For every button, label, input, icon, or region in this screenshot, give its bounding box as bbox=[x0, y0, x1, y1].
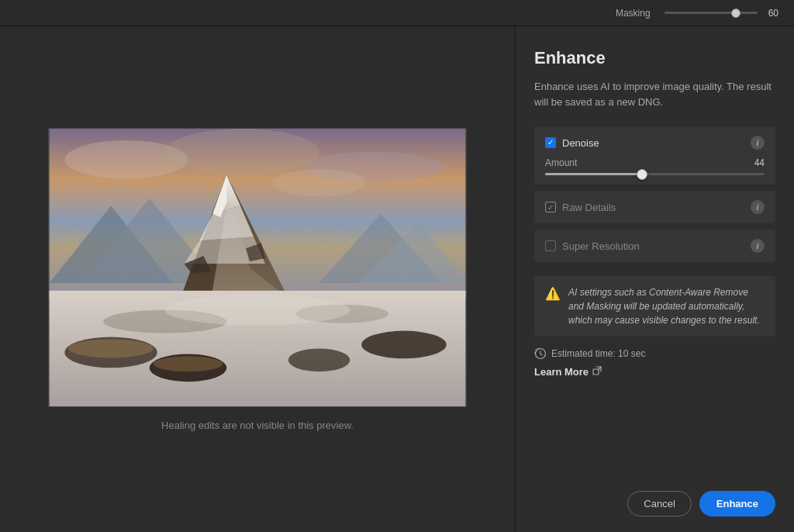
svg-point-25 bbox=[68, 339, 153, 358]
estimated-time-row: Estimated time: 10 sec bbox=[534, 347, 775, 360]
svg-point-23 bbox=[288, 348, 350, 371]
svg-point-27 bbox=[165, 294, 350, 325]
masking-label: Masking bbox=[616, 8, 651, 19]
super-resolution-checkbox[interactable] bbox=[545, 240, 556, 251]
preview-caption: Healing edits are not visible in this pr… bbox=[161, 420, 354, 431]
warning-text: AI settings such as Content-Aware Remove… bbox=[568, 285, 765, 327]
left-panel: Healing edits are not visible in this pr… bbox=[0, 26, 515, 532]
image-container bbox=[48, 128, 467, 407]
warning-icon: ⚠️ bbox=[545, 286, 561, 301]
amount-slider-fill bbox=[545, 173, 642, 175]
masking-slider-thumb[interactable] bbox=[731, 9, 740, 18]
top-bar: Masking 60 bbox=[0, 0, 794, 26]
panel-title: Enhance bbox=[534, 48, 775, 68]
svg-point-4 bbox=[273, 168, 365, 196]
svg-point-2 bbox=[165, 129, 319, 175]
amount-slider-thumb[interactable] bbox=[637, 169, 647, 180]
footer-buttons: Cancel Enhance bbox=[534, 483, 775, 516]
raw-details-info-icon[interactable]: i bbox=[751, 200, 765, 214]
super-resolution-option-row: Super Resolution i bbox=[534, 230, 775, 262]
super-resolution-option-header: Super Resolution i bbox=[545, 239, 765, 253]
raw-details-checkbox[interactable]: ✓ bbox=[545, 202, 556, 212]
enhance-button[interactable]: Enhance bbox=[699, 491, 775, 516]
raw-details-option-row: ✓ Raw Details i bbox=[534, 191, 775, 223]
denoise-checkmark: ✓ bbox=[547, 139, 554, 147]
super-resolution-label: Super Resolution bbox=[562, 240, 640, 252]
svg-point-26 bbox=[154, 356, 223, 371]
external-link-icon bbox=[592, 366, 602, 378]
raw-details-label: Raw Details bbox=[562, 202, 616, 213]
amount-slider-track[interactable] bbox=[545, 173, 765, 175]
denoise-info-icon[interactable]: i bbox=[751, 136, 765, 150]
mountain-scene bbox=[49, 129, 466, 406]
amount-header: Amount 44 bbox=[545, 157, 765, 168]
amount-label: Amount bbox=[545, 157, 577, 168]
learn-more-row: Learn More bbox=[534, 366, 775, 378]
denoise-option-row: ✓ Denoise i Amount 44 bbox=[534, 126, 775, 185]
raw-details-option-left: ✓ Raw Details bbox=[545, 202, 616, 213]
estimated-text: Estimated time: 10 sec bbox=[551, 348, 645, 359]
denoise-option-left: ✓ Denoise bbox=[545, 137, 599, 149]
learn-more-link[interactable]: Learn More bbox=[534, 366, 589, 378]
raw-details-option-header: ✓ Raw Details i bbox=[545, 200, 765, 214]
masking-slider-track[interactable] bbox=[665, 12, 758, 14]
svg-point-24 bbox=[361, 330, 446, 358]
panel-description: Enhance uses AI to improve image quality… bbox=[534, 79, 775, 109]
super-resolution-info-icon[interactable]: i bbox=[751, 239, 765, 253]
denoise-label: Denoise bbox=[562, 137, 599, 149]
warning-box: ⚠️ AI settings such as Content-Aware Rem… bbox=[534, 276, 775, 337]
right-panel: Enhance Enhance uses AI to improve image… bbox=[515, 26, 794, 532]
clock-icon bbox=[534, 347, 547, 360]
masking-control: Masking 60 bbox=[616, 8, 778, 19]
cancel-button[interactable]: Cancel bbox=[627, 491, 691, 516]
main-content: Healing edits are not visible in this pr… bbox=[0, 26, 794, 532]
amount-row: Amount 44 bbox=[545, 157, 765, 175]
super-resolution-option-left: Super Resolution bbox=[545, 240, 640, 252]
denoise-checkbox[interactable]: ✓ bbox=[545, 137, 556, 148]
denoise-option-header: ✓ Denoise i bbox=[545, 136, 765, 150]
raw-details-checkmark: ✓ bbox=[547, 203, 554, 212]
amount-value: 44 bbox=[754, 157, 765, 168]
masking-value: 60 bbox=[768, 8, 778, 19]
